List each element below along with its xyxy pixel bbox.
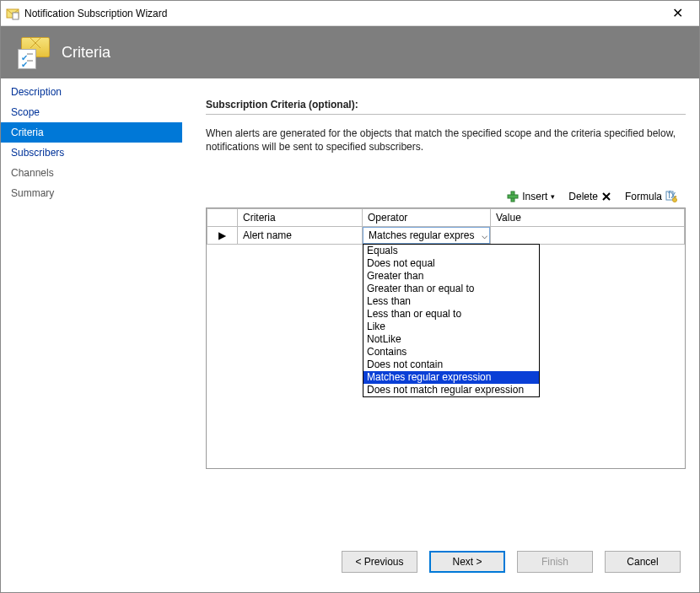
delete-button[interactable]: Delete: [563, 189, 617, 204]
operator-option[interactable]: Does not contain: [363, 358, 539, 371]
header: ✔ ✔ Criteria: [1, 26, 699, 78]
plus-icon: [507, 191, 519, 202]
section-description: When alerts are generated for the object…: [206, 127, 678, 154]
operator-option[interactable]: Less than: [363, 295, 539, 308]
operator-option[interactable]: Like: [363, 321, 539, 333]
finish-button: Finish: [517, 551, 593, 573]
criteria-table-wrap: Criteria Operator Value ▶ Alert name Mat…: [206, 208, 686, 469]
operator-option[interactable]: Greater than or equal to: [363, 283, 539, 295]
page-title: Criteria: [62, 44, 110, 62]
toolbar: Insert ▾ Delete Formula fx: [206, 189, 686, 204]
svg-point-6: [673, 198, 677, 202]
close-button[interactable]: ✕: [660, 5, 694, 21]
formula-button[interactable]: Formula fx: [620, 189, 682, 204]
delete-x-icon: [601, 191, 611, 202]
col-header-criteria[interactable]: Criteria: [238, 209, 363, 227]
operator-option[interactable]: Less than or equal to: [363, 308, 539, 321]
sidebar-item-scope[interactable]: Scope: [1, 102, 182, 122]
svg-rect-1: [13, 13, 19, 19]
operator-cell[interactable]: Matches regular expression ⌵ EqualsDoes …: [363, 227, 491, 245]
footer: < Previous Next > Finish Cancel: [1, 531, 699, 592]
chevron-down-icon: ⌵: [482, 229, 487, 241]
window-title: Notification Subscription Wizard: [24, 8, 660, 19]
cancel-button[interactable]: Cancel: [605, 551, 681, 573]
formula-icon: fx: [665, 191, 677, 202]
titlebar: Notification Subscription Wizard ✕: [1, 1, 699, 26]
col-header-row: [207, 209, 238, 227]
insert-button[interactable]: Insert ▾: [502, 189, 560, 204]
operator-option[interactable]: Greater than: [363, 270, 539, 283]
criteria-table: Criteria Operator Value ▶ Alert name Mat…: [207, 208, 685, 245]
svg-rect-3: [508, 195, 518, 198]
app-icon: [6, 7, 19, 20]
operator-selected: Matches regular expression: [369, 229, 475, 241]
main: Subscription Criteria (optional): When a…: [182, 78, 699, 531]
col-header-operator[interactable]: Operator: [363, 209, 491, 227]
delete-label: Delete: [568, 191, 598, 202]
operator-dropdown[interactable]: EqualsDoes not equalGreater thanGreater …: [363, 244, 540, 397]
operator-option[interactable]: Matches regular expression: [363, 371, 539, 384]
value-cell[interactable]: [491, 227, 685, 245]
operator-option[interactable]: Does not equal: [363, 257, 539, 270]
operator-option[interactable]: Equals: [363, 245, 539, 257]
insert-label: Insert: [522, 191, 547, 202]
formula-label: Formula: [625, 191, 662, 202]
window: Notification Subscription Wizard ✕ ✔ ✔ C…: [0, 0, 700, 593]
chevron-down-icon: ▾: [551, 192, 555, 201]
header-icon: ✔ ✔: [18, 35, 51, 69]
operator-option[interactable]: Contains: [363, 346, 539, 358]
table-row[interactable]: ▶ Alert name Matches regular expression …: [207, 227, 685, 245]
section-title: Subscription Criteria (optional):: [206, 99, 686, 115]
sidebar-item-channels[interactable]: Channels: [1, 163, 182, 183]
previous-button[interactable]: < Previous: [342, 551, 417, 573]
criteria-cell[interactable]: Alert name: [238, 227, 363, 245]
operator-select[interactable]: Matches regular expression ⌵: [363, 227, 490, 244]
body: Description Scope Criteria Subscribers C…: [1, 78, 699, 531]
operator-option[interactable]: NotLike: [363, 333, 539, 346]
sidebar-item-criteria[interactable]: Criteria: [1, 122, 182, 143]
sidebar-item-summary[interactable]: Summary: [1, 183, 182, 203]
next-button[interactable]: Next >: [429, 551, 505, 573]
sidebar-item-description[interactable]: Description: [1, 82, 182, 102]
sidebar-item-subscribers[interactable]: Subscribers: [1, 143, 182, 163]
operator-option[interactable]: Does not match regular expression: [363, 384, 539, 396]
row-indicator-icon: ▶: [207, 227, 238, 245]
col-header-value[interactable]: Value: [491, 209, 685, 227]
sidebar: Description Scope Criteria Subscribers C…: [1, 78, 182, 531]
